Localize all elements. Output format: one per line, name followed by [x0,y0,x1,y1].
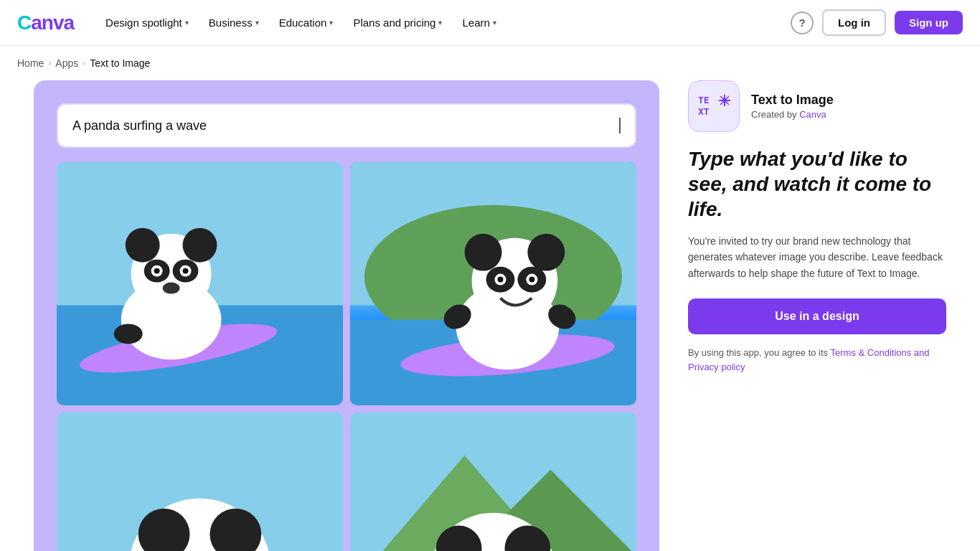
preview-image-3 [57,413,343,551]
use-in-design-button[interactable]: Use in a design [688,298,946,334]
main-header: Canva Design spotlight ▾ Business ▾ Educ… [0,0,980,46]
signup-button[interactable]: Sign up [895,11,963,34]
preview-images-grid [57,162,636,551]
svg-point-28 [529,277,534,283]
preview-input-text: A panda surfing a wave [72,118,616,133]
breadcrumb-home[interactable]: Home [17,57,44,69]
breadcrumb-sep-2: › [83,58,85,68]
nav-learn[interactable]: Learn ▾ [453,11,504,34]
svg-point-21 [465,234,502,271]
preview-image-2 [350,162,636,405]
preview-image-4 [350,413,636,551]
terms-text: By using this app, you agree to its Term… [688,346,946,374]
app-header: TE XT Text to Image [688,80,946,132]
svg-text:XT: XT [698,106,710,117]
svg-point-6 [183,228,217,263]
header-actions: ? Log in Sign up [791,9,963,36]
svg-point-12 [183,268,189,274]
breadcrumb-apps[interactable]: Apps [55,57,78,69]
nav-education[interactable]: Education ▾ [270,11,342,34]
breadcrumb-current: Text to Image [90,57,150,69]
svg-point-65 [722,98,727,103]
app-icon: TE XT [688,80,740,132]
svg-point-13 [163,283,180,294]
text-cursor [619,118,621,133]
svg-text:TE: TE [698,95,710,105]
nav-business[interactable]: Business ▾ [200,11,268,34]
svg-point-27 [497,277,503,283]
chevron-down-icon: ▾ [493,19,496,27]
app-creator-link[interactable]: Canva [799,109,826,120]
svg-point-22 [527,234,565,271]
help-button[interactable]: ? [791,11,814,34]
nav-design-spotlight[interactable]: Design spotlight ▾ [97,11,197,34]
svg-point-11 [154,268,160,274]
svg-point-14 [114,324,143,344]
chevron-down-icon: ▾ [329,19,333,27]
app-headline: Type what you'd like to see, and watch i… [688,146,946,222]
preview-image-1 [57,162,343,405]
app-icon-inner: TE XT [695,88,732,125]
app-name: Text to Image [751,93,834,108]
logo[interactable]: Canva [17,11,74,34]
chevron-down-icon: ▾ [185,19,189,27]
chevron-down-icon: ▾ [255,19,259,27]
breadcrumb-sep-1: › [48,58,51,68]
nav-plans-pricing[interactable]: Plans and pricing ▾ [344,11,451,34]
app-description: You're invited to try our brand new tech… [688,233,946,281]
preview-panel: A panda surfing a wave [34,80,659,551]
main-nav: Design spotlight ▾ Business ▾ Education … [97,11,791,34]
breadcrumb: Home › Apps › Text to Image [0,46,980,80]
chevron-down-icon: ▾ [438,19,442,27]
info-panel: TE XT Text to Image [688,80,946,551]
preview-input[interactable]: A panda surfing a wave [57,103,636,148]
logo-text: Canva [17,11,74,34]
app-title-block: Text to Image Created by Canva [751,93,834,120]
login-button[interactable]: Log in [822,9,886,36]
app-creator: Created by Canva [751,109,834,120]
main-content: A panda surfing a wave [17,80,963,551]
svg-point-5 [126,228,160,263]
